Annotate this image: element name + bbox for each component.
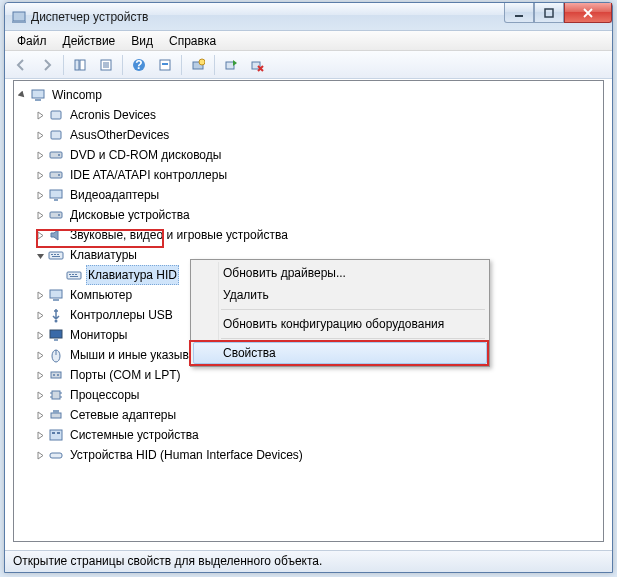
tree-item[interactable]: Видеоадаптеры (34, 185, 601, 205)
uninstall-button[interactable] (245, 53, 269, 77)
tree-item[interactable]: Сетевые адаптеры (34, 405, 601, 425)
tree-item[interactable]: AsusOtherDevices (34, 125, 601, 145)
tree-item-label: Клавиатура HID (86, 265, 179, 285)
maximize-button[interactable] (534, 3, 564, 23)
svg-rect-38 (75, 274, 77, 275)
tree-root[interactable]: Wincomp (16, 85, 601, 105)
expand-icon[interactable] (34, 429, 46, 441)
svg-text:?: ? (135, 58, 142, 72)
svg-rect-33 (57, 254, 59, 255)
ctx-update-drivers[interactable]: Обновить драйверы... (193, 262, 487, 284)
expand-icon[interactable] (34, 329, 46, 341)
tree-item-label: Клавиатуры (68, 245, 139, 265)
tree-item[interactable]: Процессоры (34, 385, 601, 405)
expand-icon[interactable] (34, 369, 46, 381)
tree-item[interactable]: Устройства HID (Human Interface Devices) (34, 445, 601, 465)
svg-rect-59 (57, 432, 60, 434)
svg-rect-44 (54, 339, 58, 341)
expand-icon[interactable] (34, 169, 46, 181)
tree-item[interactable]: Acronis Devices (34, 105, 601, 125)
tree-item-label: Контроллеры USB (68, 305, 175, 325)
menu-file[interactable]: Файл (9, 32, 55, 50)
tree-item[interactable]: Системные устройства (34, 425, 601, 445)
ctx-delete[interactable]: Удалить (193, 284, 487, 306)
svg-rect-22 (50, 152, 62, 158)
expand-icon[interactable] (34, 349, 46, 361)
tree-item[interactable]: Звуковые, видео и игровые устройства (34, 225, 601, 245)
ctx-scan-hardware[interactable]: Обновить конфигурацию оборудования (193, 313, 487, 335)
menu-view[interactable]: Вид (123, 32, 161, 50)
properties-button[interactable] (94, 53, 118, 77)
svg-rect-4 (75, 60, 79, 70)
menu-help[interactable]: Справка (161, 32, 224, 50)
expand-icon[interactable] (34, 309, 46, 321)
close-button[interactable] (564, 3, 612, 23)
status-text: Открытие страницы свойств для выделенног… (13, 554, 322, 568)
expand-icon[interactable] (34, 149, 46, 161)
scan-button[interactable] (186, 53, 210, 77)
device-icon (48, 187, 64, 203)
tree-item-label: Видеоадаптеры (68, 185, 161, 205)
tree-item-label: Процессоры (68, 385, 142, 405)
svg-point-48 (53, 374, 55, 376)
show-hide-button[interactable] (68, 53, 92, 77)
minimize-button[interactable] (504, 3, 534, 23)
device-icon (48, 427, 64, 443)
svg-rect-43 (50, 330, 62, 338)
svg-rect-31 (51, 254, 53, 255)
expand-icon[interactable] (34, 229, 46, 241)
tree-item-label: Дисковые устройства (68, 205, 192, 225)
tree-item[interactable]: IDE ATA/ATAPI контроллеры (34, 165, 601, 185)
expand-icon[interactable] (34, 189, 46, 201)
expand-icon[interactable] (34, 289, 46, 301)
update-driver-button[interactable] (219, 53, 243, 77)
svg-rect-21 (51, 131, 61, 139)
svg-rect-18 (32, 90, 44, 98)
forward-button[interactable] (35, 53, 59, 77)
device-icon (48, 227, 64, 243)
expand-icon[interactable] (34, 249, 46, 261)
tree-item[interactable]: Порты (COM и LPT) (34, 365, 601, 385)
expand-icon[interactable] (34, 449, 46, 461)
svg-rect-0 (13, 12, 25, 21)
collapse-icon[interactable] (16, 89, 28, 101)
action-button[interactable] (153, 53, 177, 77)
tree-item[interactable]: DVD и CD-ROM дисководы (34, 145, 601, 165)
svg-rect-26 (50, 190, 62, 198)
expand-icon[interactable] (34, 109, 46, 121)
expand-icon[interactable] (34, 389, 46, 401)
help-button[interactable]: ? (127, 53, 151, 77)
expand-icon[interactable] (34, 129, 46, 141)
computer-icon (30, 87, 46, 103)
svg-rect-19 (35, 99, 41, 101)
svg-rect-35 (67, 272, 81, 279)
svg-rect-28 (50, 212, 62, 218)
expand-icon[interactable] (34, 409, 46, 421)
tree-item-label: Звуковые, видео и игровые устройства (68, 225, 290, 245)
svg-rect-16 (226, 62, 234, 69)
svg-rect-32 (54, 254, 56, 255)
svg-rect-2 (515, 15, 523, 17)
device-icon (48, 107, 64, 123)
back-button[interactable] (9, 53, 33, 77)
expand-icon[interactable] (34, 209, 46, 221)
svg-rect-34 (52, 256, 60, 257)
device-icon (48, 387, 64, 403)
tree-item-label: Системные устройства (68, 425, 201, 445)
device-icon (48, 307, 64, 323)
svg-rect-56 (53, 410, 59, 413)
menu-action[interactable]: Действие (55, 32, 124, 50)
svg-rect-41 (53, 299, 59, 301)
svg-point-23 (58, 154, 60, 156)
tree-item-label: DVD и CD-ROM дисководы (68, 145, 223, 165)
tree-item-label: Устройства HID (Human Interface Devices) (68, 445, 305, 465)
tree-item[interactable]: Дисковые устройства (34, 205, 601, 225)
device-icon (48, 287, 64, 303)
ctx-properties[interactable]: Свойства (193, 342, 487, 364)
svg-rect-27 (54, 199, 58, 201)
device-icon (48, 447, 64, 463)
titlebar[interactable]: Диспетчер устройств (5, 3, 612, 31)
tree-item-label: IDE ATA/ATAPI контроллеры (68, 165, 229, 185)
device-icon (48, 167, 64, 183)
context-menu: Обновить драйверы... Удалить Обновить ко… (190, 259, 490, 367)
